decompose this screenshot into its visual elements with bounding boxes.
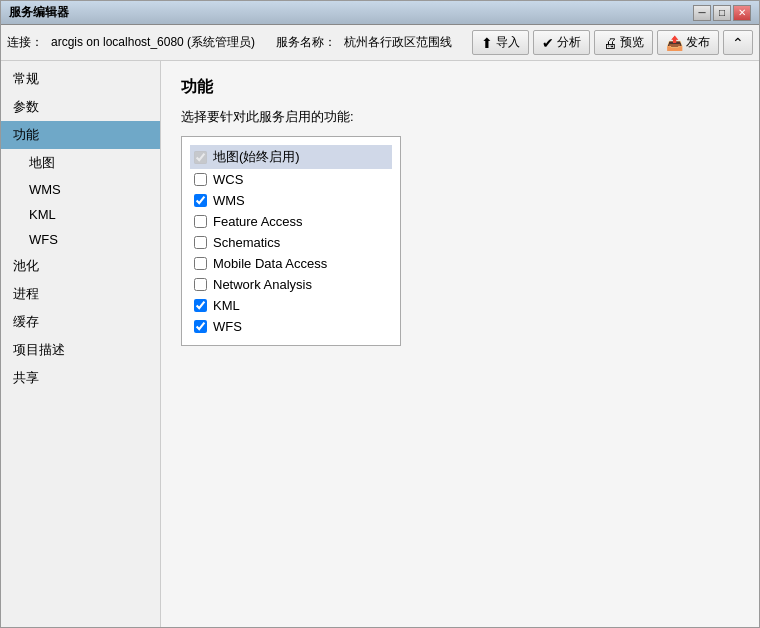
checkbox-row-7: KML	[190, 295, 392, 316]
checkbox-label-7: KML	[213, 298, 240, 313]
content-area: 常规参数功能地图WMSKMLWFS池化进程缓存项目描述共享 功能 选择要针对此服…	[1, 61, 759, 627]
preview-icon: 🖨	[603, 35, 617, 51]
checkbox-地图(始终启用)[interactable]	[194, 151, 207, 164]
main-window: 服务编辑器 ─ □ ✕ 连接：arcgis on localhost_6080 …	[0, 0, 760, 628]
sidebar-item-9[interactable]: 缓存	[1, 308, 160, 336]
checkbox-feature-access[interactable]	[194, 215, 207, 228]
toolbar-buttons: ⬆ 导入 ✔ 分析 🖨 预览 📤 发布 ⌃	[472, 30, 753, 55]
checkbox-row-0: 地图(始终启用)	[190, 145, 392, 169]
window-controls: ─ □ ✕	[693, 5, 751, 21]
close-button[interactable]: ✕	[733, 5, 751, 21]
import-icon: ⬆	[481, 35, 493, 51]
checkbox-row-6: Network Analysis	[190, 274, 392, 295]
toolbar: 连接：arcgis on localhost_6080 (系统管理员) 服务名称…	[1, 25, 759, 61]
checkbox-label-4: Schematics	[213, 235, 280, 250]
sidebar-item-7[interactable]: 池化	[1, 252, 160, 280]
sidebar-item-1[interactable]: 参数	[1, 93, 160, 121]
checkbox-row-8: WFS	[190, 316, 392, 337]
checkbox-wcs[interactable]	[194, 173, 207, 186]
checkbox-label-1: WCS	[213, 172, 243, 187]
service-value: 杭州各行政区范围线	[344, 35, 452, 49]
sidebar: 常规参数功能地图WMSKMLWFS池化进程缓存项目描述共享	[1, 61, 161, 627]
sidebar-item-5[interactable]: KML	[1, 202, 160, 227]
title-bar: 服务编辑器 ─ □ ✕	[1, 1, 759, 25]
preview-button[interactable]: 🖨 预览	[594, 30, 653, 55]
sidebar-item-6[interactable]: WFS	[1, 227, 160, 252]
checkbox-kml[interactable]	[194, 299, 207, 312]
capabilities-list: 地图(始终启用)WCSWMSFeature AccessSchematicsMo…	[181, 136, 401, 346]
checkbox-row-2: WMS	[190, 190, 392, 211]
sidebar-item-0[interactable]: 常规	[1, 65, 160, 93]
sidebar-item-10[interactable]: 项目描述	[1, 336, 160, 364]
panel-description: 选择要针对此服务启用的功能:	[181, 108, 739, 126]
service-label: 服务名称：	[276, 35, 336, 49]
checkbox-label-6: Network Analysis	[213, 277, 312, 292]
import-button[interactable]: ⬆ 导入	[472, 30, 529, 55]
analysis-button[interactable]: ✔ 分析	[533, 30, 590, 55]
checkbox-row-3: Feature Access	[190, 211, 392, 232]
checkbox-row-1: WCS	[190, 169, 392, 190]
sidebar-item-4[interactable]: WMS	[1, 177, 160, 202]
connection-value: arcgis on localhost_6080 (系统管理员)	[51, 35, 255, 49]
checkbox-row-4: Schematics	[190, 232, 392, 253]
connection-info: 连接：arcgis on localhost_6080 (系统管理员) 服务名称…	[7, 34, 470, 51]
sidebar-item-3[interactable]: 地图	[1, 149, 160, 177]
main-panel: 功能 选择要针对此服务启用的功能: 地图(始终启用)WCSWMSFeature …	[161, 61, 759, 627]
sidebar-item-11[interactable]: 共享	[1, 364, 160, 392]
checkbox-row-5: Mobile Data Access	[190, 253, 392, 274]
checkbox-label-3: Feature Access	[213, 214, 303, 229]
expand-icon: ⌃	[732, 35, 744, 51]
checkbox-label-2: WMS	[213, 193, 245, 208]
sidebar-item-2[interactable]: 功能	[1, 121, 160, 149]
panel-title: 功能	[181, 77, 739, 98]
checkbox-wms[interactable]	[194, 194, 207, 207]
minimize-button[interactable]: ─	[693, 5, 711, 21]
checkbox-label-5: Mobile Data Access	[213, 256, 327, 271]
maximize-button[interactable]: □	[713, 5, 731, 21]
checkbox-wfs[interactable]	[194, 320, 207, 333]
checkbox-label-8: WFS	[213, 319, 242, 334]
expand-button[interactable]: ⌃	[723, 30, 753, 55]
checkbox-network-analysis[interactable]	[194, 278, 207, 291]
connection-label: 连接：	[7, 35, 43, 49]
analysis-icon: ✔	[542, 35, 554, 51]
sidebar-item-8[interactable]: 进程	[1, 280, 160, 308]
checkbox-schematics[interactable]	[194, 236, 207, 249]
publish-icon: 📤	[666, 35, 683, 51]
publish-button[interactable]: 📤 发布	[657, 30, 719, 55]
checkbox-label-0: 地图(始终启用)	[213, 148, 300, 166]
window-title: 服务编辑器	[9, 4, 69, 21]
checkbox-mobile-data-access[interactable]	[194, 257, 207, 270]
